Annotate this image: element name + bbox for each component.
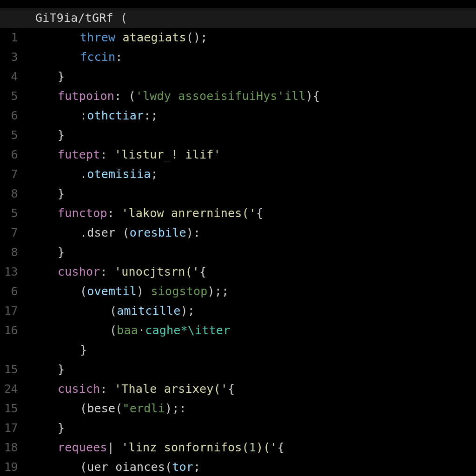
code-token: ataegiats (123, 31, 186, 44)
code-token: { (278, 441, 284, 454)
line-number: 6 (0, 106, 18, 126)
code-token: ){ (306, 89, 320, 103)
code-token: } (58, 363, 65, 376)
code-line[interactable]: } (35, 243, 476, 262)
line-number: 8 (0, 184, 18, 204)
line-number: 15 (0, 399, 18, 418)
code-token: ovemtil (87, 284, 137, 298)
code-line[interactable]: } (35, 67, 476, 86)
code-line[interactable]: } (35, 126, 476, 145)
line-number: 24 (0, 379, 18, 399)
code-line[interactable]: GiT9ia/tGRf ( (35, 8, 476, 28)
code-token: ); (181, 304, 195, 317)
code-token: 'lakow anrernines(' (121, 206, 256, 220)
code-line[interactable]: (bese("erdli);: (35, 399, 476, 418)
code-token: baa (117, 324, 138, 337)
line-number: 1 (0, 28, 18, 47)
code-token: : ( (114, 89, 136, 103)
code-token: ( (80, 402, 87, 415)
code-line[interactable]: (uer oiances(tor; (35, 457, 476, 476)
line-number: 6 (0, 145, 18, 165)
code-token: cusich (58, 382, 100, 396)
code-token: | (107, 441, 122, 454)
code-line[interactable]: } (35, 418, 476, 438)
code-token: 'Thale arsixey(' (114, 382, 228, 396)
code-token (115, 31, 122, 44)
code-token: siogstop (151, 284, 208, 298)
line-number: 13 (0, 262, 18, 282)
code-token: ( (110, 324, 117, 337)
line-number: 15 (0, 360, 18, 379)
line-number: 17 (0, 418, 18, 438)
code-token: ( (115, 402, 122, 415)
line-number: 8 (0, 243, 18, 262)
code-token: ( (110, 304, 117, 317)
code-token: futept (58, 148, 100, 161)
code-token: bese (87, 402, 115, 415)
code-token: . (80, 167, 87, 181)
line-number: 7 (0, 165, 18, 184)
code-line[interactable]: cushor: 'unocjtsrn('{ (35, 262, 476, 282)
line-number: 5 (0, 86, 18, 106)
code-token: threw (80, 31, 115, 44)
line-number: 3 (0, 47, 18, 67)
code-token: } (58, 70, 65, 83)
code-line[interactable]: threw ataegiats(); (35, 28, 476, 47)
code-line[interactable]: } (35, 184, 476, 204)
code-editor: 1134565678578136171615241517181918168 Gi… (0, 0, 476, 476)
code-token: tGRf (85, 11, 113, 25)
code-token: 1 (249, 441, 256, 454)
code-token: cushor (58, 265, 100, 278)
code-token: · (138, 324, 145, 337)
line-number: 7 (0, 223, 18, 243)
code-token: 'lwdy assoeisifuiHys'ill (136, 89, 306, 103)
line-number-gutter: 1134565678578136171615241517181918168 (0, 0, 23, 476)
code-token: : (100, 382, 115, 396)
code-token: . (80, 226, 87, 239)
code-token: ): (186, 226, 201, 239)
code-token: : (100, 265, 115, 278)
code-token: :; (144, 109, 158, 122)
code-line[interactable]: futpoion: ('lwdy assoeisifuiHys'ill){ (35, 86, 476, 106)
code-token: caghe*\itter (145, 324, 230, 337)
code-token: ( (113, 11, 128, 25)
code-token: { (228, 382, 235, 396)
code-token: tor (172, 460, 193, 474)
code-area[interactable]: GiT9ia/tGRf (threw ataegiats();fccin:}fu… (23, 0, 476, 476)
code-line[interactable]: .dser (oresbile): (35, 223, 476, 243)
code-token: ; (151, 167, 158, 181)
code-token: amitcille (117, 304, 180, 317)
line-number: 16 (0, 321, 18, 340)
code-token: } (58, 128, 65, 142)
code-token: ( (80, 284, 87, 298)
code-line[interactable]: .otemisiia; (35, 165, 476, 184)
code-token: : (107, 206, 122, 220)
code-line[interactable]: } (35, 340, 476, 360)
code-line[interactable]: } (35, 360, 476, 379)
code-line[interactable]: (baa·caghe*\itter (35, 321, 476, 340)
line-number: 4 (0, 67, 18, 86)
code-line[interactable]: fccin: (35, 47, 476, 67)
code-line[interactable]: requees| 'linz sonfornifos(1)('{ (35, 438, 476, 457)
code-line[interactable]: futept: 'listur_! ilif' (35, 145, 476, 165)
code-token: otemisiia (87, 167, 151, 181)
code-line[interactable]: (amitcille); (35, 301, 476, 321)
code-token: ( (165, 460, 172, 474)
code-line[interactable]: functop: 'lakow anrernines('{ (35, 204, 476, 223)
line-number: 5 (0, 204, 18, 223)
code-token: othctiar (87, 109, 144, 122)
code-token: uer oiances (87, 460, 165, 474)
code-line[interactable]: cusich: 'Thale arsixey('{ (35, 379, 476, 399)
code-token: ( (115, 226, 130, 239)
code-line[interactable]: (ovemtil) siogstop);; (35, 282, 476, 301)
code-token: (); (186, 31, 208, 44)
code-line[interactable]: :othctiar:; (35, 106, 476, 126)
line-number: 18 (0, 438, 18, 457)
code-token: 'linz sonfornifos( (121, 441, 249, 454)
code-token: ; (193, 460, 200, 474)
code-inner: GiT9ia/tGRf (threw ataegiats();fccin:}fu… (35, 8, 476, 476)
line-number: 5 (0, 126, 18, 145)
code-token: requees (58, 441, 107, 454)
code-token: } (58, 245, 65, 259)
code-token: futpoion (58, 89, 114, 103)
